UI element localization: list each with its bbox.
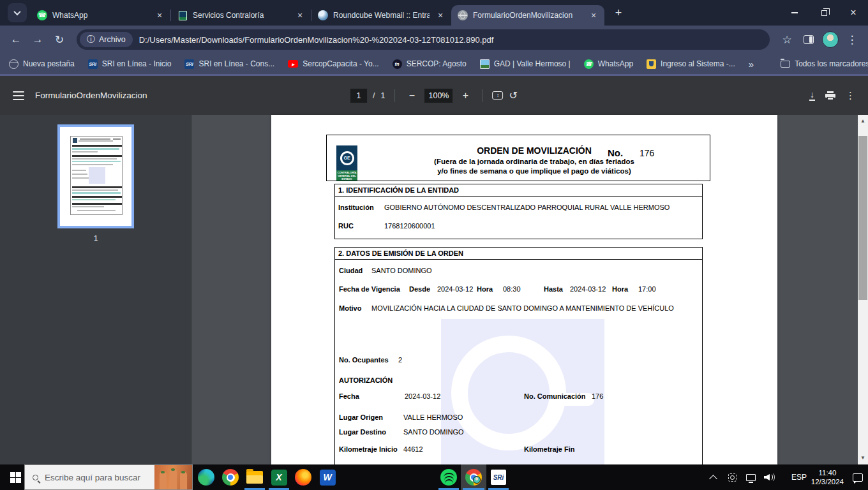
gad-icon: [480, 59, 490, 69]
taskbar-sri[interactable]: SRi: [486, 464, 511, 490]
file-scheme-chip[interactable]: ⓘ Archivo: [80, 32, 133, 47]
tab-title: Roundcube Webmail :: Entrada: [333, 11, 430, 20]
chrome-icon: [222, 469, 239, 486]
close-tab-icon[interactable]: ×: [435, 10, 446, 21]
document-area: GE CONTRALORÍA GENERAL DEL ESTADO ORDEN …: [192, 115, 858, 464]
bookmark-whatsapp[interactable]: ☎WhatsApp: [584, 59, 633, 69]
tab-servicios-contraloria[interactable]: Servicios Contraloría ×: [171, 5, 311, 26]
tray-clock[interactable]: 11:40 12/3/2024: [811, 464, 844, 490]
pdf-more-button[interactable]: ⋮: [846, 90, 855, 101]
sercop-icon: fn: [393, 59, 402, 69]
scroll-up-icon[interactable]: ▲: [858, 116, 868, 126]
language-label: ESP: [791, 473, 807, 482]
bookmark-label: Nueva pestaña: [23, 59, 75, 68]
scrollbar-thumb[interactable]: [858, 136, 867, 300]
divider: [483, 89, 483, 102]
minimize-button[interactable]: [780, 0, 809, 26]
tray-language[interactable]: ESP: [791, 464, 807, 490]
taskbar-edge[interactable]: [194, 464, 218, 490]
bookmark-sri-inicio[interactable]: SRISRI en Línea - Inicio: [88, 59, 172, 69]
bookmark-sercop-agosto[interactable]: fnSERCOP: Agosto: [393, 59, 467, 69]
close-tab-icon[interactable]: ×: [294, 10, 306, 21]
hasta-label: Hasta: [544, 285, 563, 293]
bookmark-label: Ingreso al Sistema -...: [661, 59, 735, 68]
bookmark-nueva-pestana[interactable]: Nueva pestaña: [9, 59, 75, 69]
order-number-value: 176: [640, 148, 654, 158]
sri-icon: SRI: [184, 59, 194, 69]
form-subtitle-line2: y/o fines de semana o que implique el pa…: [397, 167, 671, 175]
side-panel-button[interactable]: [798, 29, 819, 50]
bookmark-gad-valle-hermoso[interactable]: GAD | Valle Hermoso |: [480, 59, 571, 69]
taskbar-chrome[interactable]: [218, 464, 243, 490]
tab-whatsapp[interactable]: ☎ WhatsApp ×: [31, 5, 170, 26]
action-center-button[interactable]: [853, 464, 863, 490]
tab-strip: ☎ WhatsApp × Servicios Contraloría × Rou…: [0, 0, 868, 26]
taskbar-spotify[interactable]: [437, 464, 461, 490]
section2-header: 2. DATOS DE EMISIÓN DE LA ORDEN: [335, 248, 702, 260]
rotate-button[interactable]: ↺: [509, 89, 518, 101]
scroll-down-icon[interactable]: ▼: [858, 453, 868, 463]
print-button[interactable]: [825, 91, 835, 100]
ciudad-label: Ciudad: [339, 267, 363, 274]
page-total: 1: [381, 91, 385, 100]
new-tab-button[interactable]: +: [610, 4, 627, 22]
section-datos-emision: 2. DATOS DE EMISIÓN DE LA ORDEN Ciudad S…: [334, 247, 703, 464]
taskbar-excel[interactable]: X: [267, 464, 291, 490]
taskbar-file-explorer[interactable]: [243, 464, 267, 490]
zoom-out-button[interactable]: −: [405, 90, 419, 101]
tab-search-button[interactable]: [8, 3, 27, 22]
taskbar-word[interactable]: W: [315, 464, 340, 490]
bookmark-sercopcapacita[interactable]: ▶SercopCapacita - Yo...: [288, 59, 378, 68]
tray-expand-button[interactable]: [710, 464, 716, 490]
bookmark-sri-consultas[interactable]: SRISRI en Línea - Cons...: [184, 59, 274, 69]
pdf-viewer-content: 1 GE CONTRALORÍA GENERAL DEL ESTADO ORDE…: [0, 115, 868, 464]
fit-to-page-button[interactable]: ↕: [493, 91, 504, 100]
all-bookmarks-button[interactable]: Todos los marcadores: [781, 59, 868, 68]
browser-menu-button[interactable]: ⋮: [841, 29, 863, 50]
bookmarks-overflow-button[interactable]: »: [749, 59, 754, 70]
motivo-label: Motivo: [339, 304, 361, 312]
page-divider: /: [373, 91, 375, 100]
bookmark-star-button[interactable]: ☆: [776, 29, 798, 50]
search-highlight-image[interactable]: [154, 465, 192, 489]
tray-volume[interactable]: [764, 464, 775, 490]
page-thumbnail[interactable]: [57, 124, 134, 228]
tray-meet-now[interactable]: [728, 464, 737, 490]
page-number-input[interactable]: 1: [350, 89, 367, 103]
taskbar-firefox[interactable]: [291, 464, 315, 490]
reload-button[interactable]: ↻: [49, 29, 70, 50]
bookmark-label: SRI en Línea - Inicio: [102, 59, 172, 68]
profile-avatar[interactable]: [819, 29, 841, 50]
tab-formulario-active[interactable]: FormularioOrdenMovilizacion ×: [451, 5, 604, 26]
order-number-label: No.: [608, 147, 623, 158]
address-bar: ← → ↻ ⓘ Archivo D:/Users/Master/Download…: [0, 26, 868, 54]
pdf-document-title: FormularioOrdenMovilizacion: [35, 91, 147, 100]
taskbar-chrome-active[interactable]: [461, 464, 486, 490]
notification-icon: [853, 473, 863, 482]
download-button[interactable]: ↓: [809, 90, 815, 101]
km-inicio-value: 44612: [403, 445, 423, 453]
back-button[interactable]: ←: [5, 29, 27, 50]
roundcube-icon: [318, 10, 328, 20]
url-field[interactable]: ⓘ Archivo D:/Users/Master/Downloads/Form…: [77, 29, 770, 50]
motivo-value: MOVILIZACIÓN HACIA LA CIUDAD DE SANTO DO…: [371, 304, 674, 312]
tab-roundcube[interactable]: Roundcube Webmail :: Entrada ×: [311, 5, 451, 26]
bookmark-label: SRI en Línea - Cons...: [198, 59, 274, 68]
bookmark-ingreso-sistema[interactable]: Ingreso al Sistema -...: [647, 59, 735, 69]
speaker-icon: [764, 473, 775, 482]
taskbar-search-box[interactable]: Escribe aquí para buscar: [24, 464, 193, 490]
shield-icon: [647, 59, 656, 69]
pdf-menu-button[interactable]: [13, 91, 24, 100]
pdf-toolbar-right: ↓ ⋮: [809, 90, 855, 101]
restore-button[interactable]: [809, 0, 839, 26]
tray-network[interactable]: [746, 464, 756, 490]
close-tab-icon[interactable]: ×: [154, 10, 165, 21]
whatsapp-icon: ☎: [584, 59, 594, 69]
close-tab-icon[interactable]: ×: [588, 10, 599, 21]
vertical-scrollbar[interactable]: ▲ ▼: [858, 115, 868, 464]
zoom-in-button[interactable]: +: [459, 90, 473, 101]
network-icon: [746, 474, 756, 481]
zoom-level[interactable]: 100%: [425, 89, 453, 103]
forward-button[interactable]: →: [27, 29, 49, 50]
close-window-button[interactable]: ×: [839, 0, 868, 26]
